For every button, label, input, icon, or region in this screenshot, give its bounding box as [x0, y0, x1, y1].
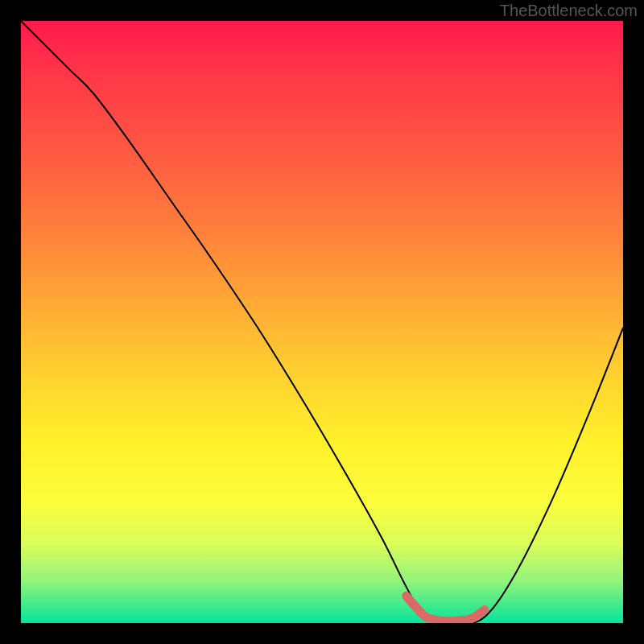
bottleneck-curve-path: [21, 21, 623, 623]
chart-svg: [21, 21, 623, 623]
watermark-text: TheBottleneck.com: [500, 2, 638, 20]
chart-area: [21, 21, 623, 623]
highlight-segment-path: [407, 596, 485, 621]
